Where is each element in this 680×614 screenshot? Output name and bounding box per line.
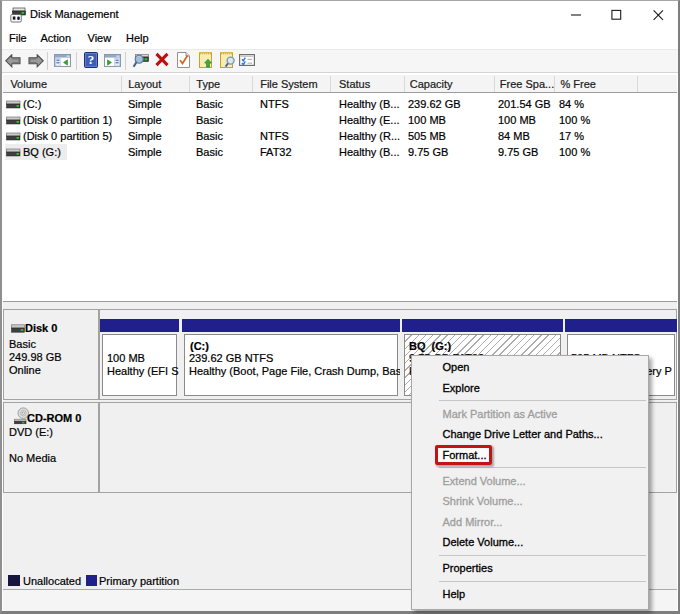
svg-text:?: ?	[87, 52, 94, 67]
